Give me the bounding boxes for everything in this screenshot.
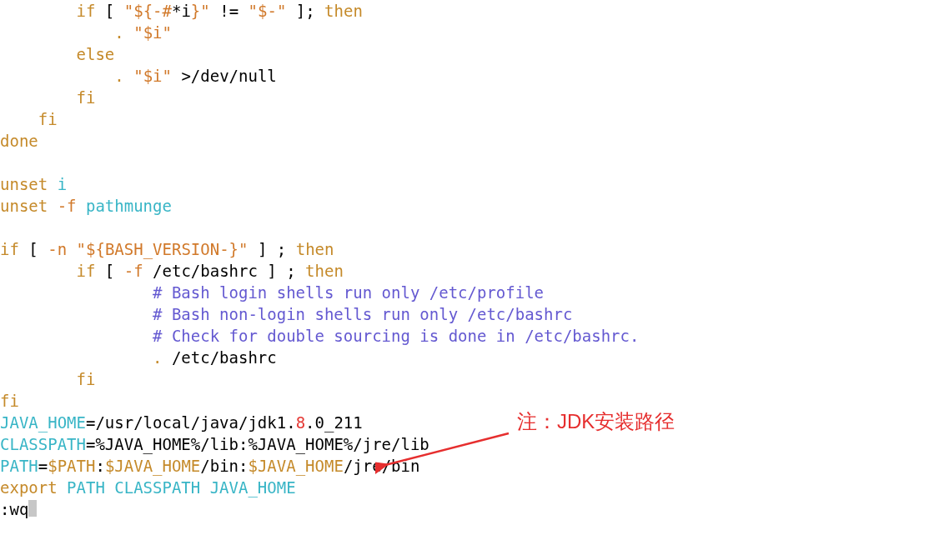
code-line: . /etc/bashrc (0, 348, 277, 367)
code-line: # Bash login shells run only /etc/profil… (0, 283, 544, 302)
code-line: fi (0, 88, 95, 107)
code-line: JAVA_HOME=/usr/local/java/jdk1.8.0_211 (0, 413, 363, 432)
code-line: . "$i" >/dev/null (0, 67, 277, 85)
terminal-view[interactable]: if [ "${-#*i}" != "$-" ]; then . "$i" el… (0, 0, 934, 520)
code-line: PATH=$PATH:$JAVA_HOME/bin:$JAVA_HOME/jre… (0, 457, 419, 475)
code-line: fi (0, 370, 95, 388)
code-line: . "$i" (0, 23, 172, 42)
code-line: fi (0, 110, 58, 128)
code-line: if [ "${-#*i}" != "$-" ]; then (0, 2, 363, 20)
code-line: done (0, 132, 38, 150)
vim-command-line[interactable]: :wq (0, 500, 37, 518)
cursor-icon (28, 500, 37, 517)
code-line: CLASSPATH=%JAVA_HOME%/lib:%JAVA_HOME%/jr… (0, 435, 429, 453)
code-line: else (0, 45, 114, 63)
code-line: unset -f pathmunge (0, 197, 172, 215)
code-line: # Bash non-login shells run only /etc/ba… (0, 305, 572, 323)
code-line: unset i (0, 175, 67, 193)
code-line: if [ -n "${BASH_VERSION-}" ] ; then (0, 240, 334, 258)
code-line: # Check for double sourcing is done in /… (0, 327, 639, 345)
code-line: if [ -f /etc/bashrc ] ; then (0, 262, 344, 280)
code-line: fi (0, 392, 19, 410)
code-line: export PATH CLASSPATH JAVA_HOME (0, 478, 296, 497)
